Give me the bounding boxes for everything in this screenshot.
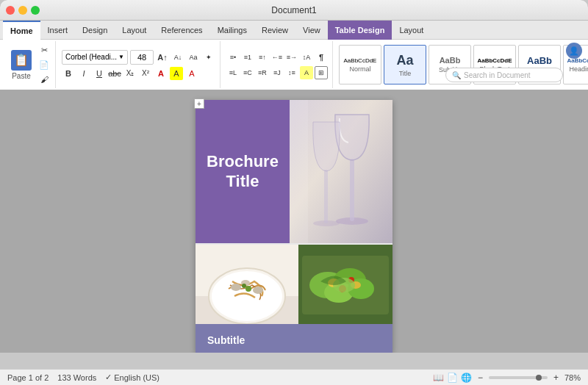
svg-rect-5 bbox=[290, 100, 308, 243]
search-bar[interactable]: 🔍 Search in Document bbox=[445, 68, 563, 82]
show-marks-button[interactable]: ¶ bbox=[315, 51, 328, 64]
status-bar: Page 1 of 2 133 Words ✓ English (US) 📖 📄… bbox=[0, 369, 588, 385]
page-count: Page 1 of 2 bbox=[7, 373, 49, 382]
font-section: Corbel (Headi... ▼ 48 A↑ A↓ Aa ✦ B I U a… bbox=[57, 41, 220, 88]
title-bar: Document1 bbox=[0, 0, 588, 21]
web-view-button[interactable]: 🌐 bbox=[461, 373, 472, 383]
shading-button[interactable]: A bbox=[300, 66, 313, 79]
increase-indent-button[interactable]: ≡→ bbox=[285, 51, 298, 64]
font-name-row: Corbel (Headi... ▼ 48 A↑ A↓ Aa ✦ bbox=[62, 50, 215, 65]
font-shade-button[interactable]: A bbox=[185, 67, 198, 80]
increase-font-button[interactable]: A↑ bbox=[156, 51, 169, 64]
language-indicator: ✓ English (US) bbox=[105, 373, 159, 382]
ribbon-content: 📋 Paste ✂ 📄 🖌 Corbel (Headi... ▼ 48 A↑ A… bbox=[0, 40, 588, 90]
brochure-title: Brochure Title bbox=[207, 152, 279, 191]
font-name-dropdown-icon[interactable]: ▼ bbox=[118, 54, 124, 60]
superscript-button[interactable]: X² bbox=[139, 67, 152, 80]
change-case-button[interactable]: Aa bbox=[187, 51, 200, 64]
tab-home[interactable]: Home bbox=[3, 21, 40, 40]
font-size-value: 48 bbox=[137, 53, 146, 62]
brochure-top-section: Brochure Title bbox=[196, 100, 392, 243]
document-page[interactable]: + Brochure Title bbox=[196, 100, 392, 353]
font-color-a-button[interactable]: A bbox=[154, 67, 168, 80]
tab-view[interactable]: View bbox=[295, 21, 328, 40]
font-size-box[interactable]: 48 bbox=[130, 50, 154, 65]
style-normal[interactable]: AaBbCcDdE Normal bbox=[339, 45, 381, 84]
tab-design[interactable]: Design bbox=[75, 21, 115, 40]
brochure-bottom-section[interactable]: Subtitle To get started right away, just… bbox=[196, 324, 392, 353]
svg-rect-2 bbox=[350, 159, 354, 221]
zoom-thumb bbox=[536, 375, 542, 381]
print-view-button[interactable]: 📄 bbox=[447, 373, 458, 383]
language-label: English (US) bbox=[114, 373, 159, 382]
style-block-preview: AaBbCcDdE bbox=[477, 57, 512, 64]
numbering-button[interactable]: ≡1 bbox=[241, 51, 254, 64]
underline-button[interactable]: U bbox=[93, 67, 106, 80]
tab-table-design[interactable]: Table Design bbox=[328, 21, 392, 40]
italic-button[interactable]: I bbox=[77, 67, 90, 80]
font-controls: Corbel (Headi... ▼ 48 A↑ A↓ Aa ✦ B I U a… bbox=[62, 50, 215, 80]
highlight-button[interactable]: A bbox=[170, 67, 183, 80]
brochure-title-block[interactable]: Brochure Title bbox=[196, 100, 290, 243]
decrease-font-button[interactable]: A↓ bbox=[171, 51, 184, 64]
brochure-pasta-photo bbox=[196, 245, 298, 324]
minimize-button[interactable] bbox=[18, 6, 27, 15]
bold-button[interactable]: B bbox=[62, 67, 75, 80]
paste-icon: 📋 bbox=[11, 50, 32, 71]
font-name-value: Corbel (Headi... bbox=[65, 53, 117, 61]
style-subtitle-preview: AaBb bbox=[440, 56, 461, 65]
tab-layout2[interactable]: Layout bbox=[392, 21, 431, 40]
multilevel-button[interactable]: ≡↑ bbox=[256, 51, 269, 64]
decrease-indent-button[interactable]: ←≡ bbox=[270, 51, 284, 64]
copy-button[interactable]: 📄 bbox=[37, 58, 51, 71]
top-photo-content bbox=[290, 100, 392, 243]
format-painter-button[interactable]: 🖌 bbox=[37, 73, 51, 86]
style-title-label: Title bbox=[399, 70, 412, 77]
tab-references[interactable]: References bbox=[154, 21, 209, 40]
strikethrough-button[interactable]: abc bbox=[108, 67, 121, 80]
border-button[interactable]: ⊞ bbox=[315, 66, 328, 79]
clear-format-button[interactable]: ✦ bbox=[202, 51, 215, 64]
align-center-button[interactable]: ≡C bbox=[241, 66, 254, 79]
font-name-box[interactable]: Corbel (Headi... ▼ bbox=[62, 50, 128, 65]
style-normal-preview: AaBbCcDdE bbox=[344, 57, 377, 64]
search-placeholder: Search in Document bbox=[464, 71, 531, 79]
zoom-slider[interactable] bbox=[489, 376, 548, 379]
font-format-row: B I U abc X₂ X² A A A bbox=[62, 67, 215, 80]
close-button[interactable] bbox=[6, 6, 15, 15]
view-buttons: 📖 📄 🌐 bbox=[433, 373, 472, 383]
style-title[interactable]: Aa Title bbox=[384, 45, 426, 84]
subscript-button[interactable]: X₂ bbox=[123, 67, 137, 80]
zoom-plus-button[interactable]: + bbox=[553, 373, 559, 383]
style-title-preview: Aa bbox=[396, 53, 413, 68]
brochure-body-text: To get started right away, just tap any … bbox=[207, 352, 381, 353]
search-icon: 🔍 bbox=[452, 71, 461, 79]
zoom-level: 78% bbox=[564, 373, 581, 382]
read-view-button[interactable]: 📖 bbox=[433, 373, 444, 383]
tab-insert[interactable]: Insert bbox=[40, 21, 76, 40]
bullets-button[interactable]: ≡• bbox=[226, 51, 240, 64]
maximize-button[interactable] bbox=[31, 6, 40, 15]
word-count: 133 Words bbox=[57, 373, 96, 382]
wine-glass-svg bbox=[290, 100, 392, 243]
justify-button[interactable]: ≡J bbox=[270, 66, 284, 79]
user-avatar[interactable]: 👤 bbox=[566, 43, 582, 59]
cut-button[interactable]: ✂ bbox=[37, 43, 51, 57]
svg-point-11 bbox=[253, 287, 263, 294]
add-element-button[interactable]: + bbox=[194, 98, 204, 109]
pasta-svg bbox=[196, 245, 298, 324]
zoom-minus-button[interactable]: − bbox=[478, 373, 483, 383]
svg-rect-4 bbox=[324, 170, 328, 223]
paste-section: 📋 Paste ✂ 📄 🖌 bbox=[3, 41, 56, 88]
ribbon-tabs: Home Insert Design Layout References Mai… bbox=[0, 21, 588, 40]
sort-button[interactable]: ↕A bbox=[300, 51, 313, 64]
tab-layout[interactable]: Layout bbox=[115, 21, 154, 40]
style-h1-preview: AaBb bbox=[527, 55, 552, 66]
line-spacing-button[interactable]: ↕≡ bbox=[285, 66, 298, 79]
align-right-button[interactable]: ≡R bbox=[256, 66, 269, 79]
tab-mailings[interactable]: Mailings bbox=[210, 21, 254, 40]
brochure-photo-top bbox=[290, 100, 392, 243]
align-left-button[interactable]: ≡L bbox=[226, 66, 240, 79]
paste-button[interactable]: 📋 Paste bbox=[7, 48, 35, 82]
tab-review[interactable]: Review bbox=[254, 21, 295, 40]
